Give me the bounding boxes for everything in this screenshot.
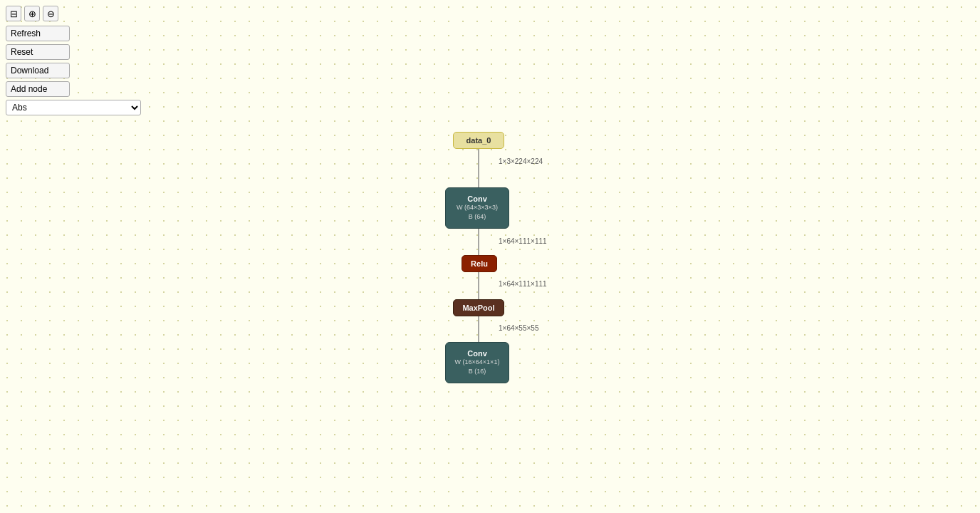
node-maxpool[interactable]: MaxPool (453, 299, 504, 316)
reset-button[interactable]: Reset (6, 44, 70, 60)
zoom-in-icon-button[interactable]: ⊕ (24, 6, 40, 21)
fit-icon-button[interactable]: ⊟ (6, 6, 21, 21)
node-data0-label: data_0 (466, 136, 491, 145)
node-maxpool-label: MaxPool (462, 304, 494, 312)
download-button[interactable]: Download (6, 63, 70, 78)
node-conv1-detail2: B (64) (469, 212, 486, 222)
edge-label-1: 1×64×111×111 (499, 237, 547, 245)
edge-label-2: 1×64×111×111 (499, 280, 547, 288)
zoom-out-icon-button[interactable]: ⊖ (43, 6, 58, 21)
node-conv2-title: Conv (467, 349, 487, 358)
node-data0[interactable]: data_0 (453, 132, 504, 149)
node-conv1[interactable]: Conv W (64×3×3×3) B (64) (445, 187, 509, 229)
toolbar: ⊟ ⊕ ⊖ Refresh Reset Download Add node Ab… (6, 6, 141, 115)
node-relu[interactable]: Relu (462, 255, 497, 272)
node-conv2-detail1: W (16×64×1×1) (455, 358, 500, 367)
node-relu-label: Relu (471, 259, 488, 268)
graph-canvas: 1×3×224×224 1×64×111×111 1×64×111×111 1×… (0, 0, 980, 513)
add-node-button[interactable]: Add node (6, 81, 70, 97)
edge-label-0: 1×3×224×224 (499, 157, 543, 165)
icon-row: ⊟ ⊕ ⊖ (6, 6, 141, 21)
edge-label-3: 1×64×55×55 (499, 324, 538, 332)
node-type-select[interactable]: Abs Add ArgMax AvgPool BatchNorm Conv De… (6, 100, 141, 115)
node-conv1-detail1: W (64×3×3×3) (457, 203, 498, 212)
refresh-button[interactable]: Refresh (6, 26, 70, 41)
node-conv2[interactable]: Conv W (16×64×1×1) B (16) (445, 342, 509, 383)
node-conv2-detail2: B (16) (469, 367, 486, 376)
node-conv1-title: Conv (467, 195, 487, 203)
